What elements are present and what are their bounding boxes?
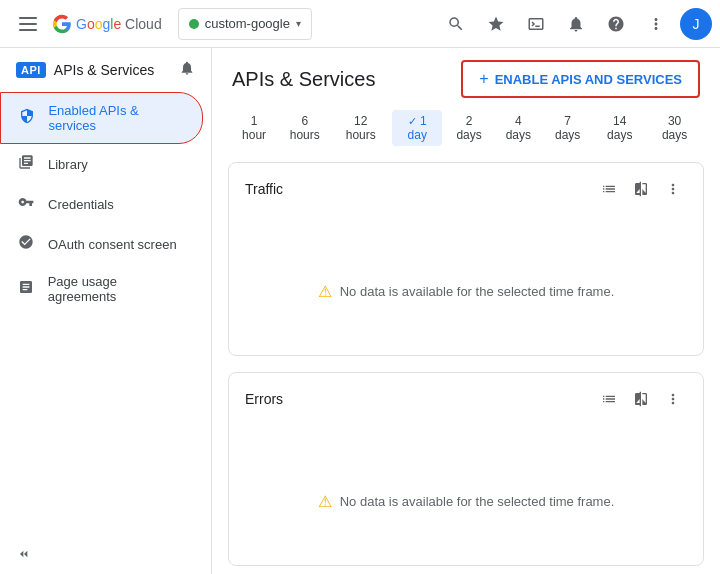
errors-no-data-text: No data is available for the selected ti… bbox=[340, 494, 615, 509]
project-name: custom-google bbox=[205, 16, 290, 31]
avatar[interactable]: J bbox=[680, 8, 712, 40]
project-selector[interactable]: custom-google ▾ bbox=[178, 8, 312, 40]
sidebar: API APIs & Services Enabled APIs & servi… bbox=[0, 48, 212, 574]
sidebar-item-page-usage[interactable]: Page usage agreements bbox=[0, 264, 203, 314]
plus-icon: + bbox=[479, 70, 488, 88]
errors-compare-button[interactable] bbox=[627, 385, 655, 413]
errors-chart-card: Errors ⚠ No data is available for bbox=[228, 372, 704, 566]
sidebar-collapse-button[interactable] bbox=[16, 546, 195, 562]
project-status-dot bbox=[189, 19, 199, 29]
traffic-chart-body: ⚠ No data is available for the selected … bbox=[229, 211, 703, 356]
api-badge: API bbox=[16, 62, 46, 78]
page-usage-icon bbox=[16, 279, 36, 299]
legend-icon bbox=[601, 181, 617, 197]
traffic-chart-actions bbox=[595, 175, 687, 203]
compare-icon bbox=[633, 181, 649, 197]
time-filter-4d[interactable]: 4 days bbox=[496, 110, 541, 146]
more-vert-errors-icon bbox=[665, 391, 681, 407]
enable-apis-button[interactable]: + ENABLE APIS AND SERVICES bbox=[461, 60, 700, 98]
ai-icon bbox=[487, 15, 505, 33]
sidebar-item-oauth[interactable]: OAuth consent screen bbox=[0, 224, 203, 264]
time-filter-1h[interactable]: 1 hour bbox=[232, 110, 276, 146]
more-vert-traffic-icon bbox=[665, 181, 681, 197]
notifications-icon bbox=[567, 15, 585, 33]
enable-apis-label: ENABLE APIS AND SERVICES bbox=[495, 72, 682, 87]
oauth-icon bbox=[16, 234, 36, 254]
errors-legend-icon bbox=[601, 391, 617, 407]
google-logo-icon bbox=[52, 14, 72, 34]
traffic-chart-card: Traffic ⚠ No data is available for bbox=[228, 162, 704, 356]
errors-more-button[interactable] bbox=[659, 385, 687, 413]
search-button[interactable] bbox=[436, 4, 476, 44]
more-vert-icon bbox=[647, 15, 665, 33]
time-filter-2d[interactable]: 2 days bbox=[446, 110, 491, 146]
errors-warning-icon: ⚠ bbox=[318, 492, 332, 511]
traffic-compare-button[interactable] bbox=[627, 175, 655, 203]
time-filter-30d[interactable]: 30 days bbox=[649, 110, 700, 146]
help-button[interactable] bbox=[596, 4, 636, 44]
sidebar-title: APIs & Services bbox=[54, 62, 154, 78]
time-filter-1d[interactable]: 1 day bbox=[392, 110, 442, 146]
time-filter-7d[interactable]: 7 days bbox=[545, 110, 590, 146]
time-filter-bar: 1 hour6 hours12 hours1 day2 days4 days7 … bbox=[212, 106, 720, 154]
sidebar-label-credentials: Credentials bbox=[48, 197, 114, 212]
sidebar-label-enabled: Enabled APIs & services bbox=[48, 103, 186, 133]
traffic-legend-button[interactable] bbox=[595, 175, 623, 203]
sidebar-label-page-usage: Page usage agreements bbox=[48, 274, 187, 304]
search-icon bbox=[447, 15, 465, 33]
enabled-icon bbox=[17, 108, 36, 128]
collapse-icon bbox=[16, 546, 32, 562]
sidebar-label-library: Library bbox=[48, 157, 88, 172]
library-icon bbox=[16, 154, 36, 174]
traffic-no-data: ⚠ No data is available for the selected … bbox=[318, 282, 615, 301]
page-title: APIs & Services bbox=[232, 68, 375, 91]
hamburger-icon bbox=[19, 17, 37, 31]
terminal-button[interactable] bbox=[516, 4, 556, 44]
traffic-warning-icon: ⚠ bbox=[318, 282, 332, 301]
traffic-more-button[interactable] bbox=[659, 175, 687, 203]
google-cloud-logo[interactable]: Google Cloud bbox=[52, 14, 162, 34]
errors-chart-actions bbox=[595, 385, 687, 413]
time-filter-12h[interactable]: 12 hours bbox=[333, 110, 388, 146]
main-content: APIs & Services + ENABLE APIS AND SERVIC… bbox=[212, 48, 720, 574]
credentials-icon bbox=[16, 194, 36, 214]
more-options-button[interactable] bbox=[636, 4, 676, 44]
traffic-chart-title: Traffic bbox=[245, 181, 283, 197]
sidebar-label-oauth: OAuth consent screen bbox=[48, 237, 177, 252]
notifications-button[interactable] bbox=[556, 4, 596, 44]
time-filter-14d[interactable]: 14 days bbox=[594, 110, 645, 146]
terminal-icon bbox=[527, 15, 545, 33]
sidebar-item-enabled[interactable]: Enabled APIs & services bbox=[0, 92, 203, 144]
errors-legend-button[interactable] bbox=[595, 385, 623, 413]
sidebar-nav: Enabled APIs & services Library Credenti… bbox=[0, 92, 211, 534]
time-filter-6h[interactable]: 6 hours bbox=[280, 110, 329, 146]
sidebar-header: API APIs & Services bbox=[0, 48, 211, 92]
page-layout: API APIs & Services Enabled APIs & servi… bbox=[0, 48, 720, 574]
errors-no-data: ⚠ No data is available for the selected … bbox=[318, 492, 615, 511]
ai-button[interactable] bbox=[476, 4, 516, 44]
top-nav: Google Cloud custom-google ▾ J bbox=[0, 0, 720, 48]
errors-chart-title: Errors bbox=[245, 391, 283, 407]
traffic-chart-header: Traffic bbox=[229, 163, 703, 211]
menu-button[interactable] bbox=[8, 4, 48, 44]
help-icon bbox=[607, 15, 625, 33]
errors-compare-icon bbox=[633, 391, 649, 407]
errors-chart-header: Errors bbox=[229, 373, 703, 421]
project-dropdown-icon: ▾ bbox=[296, 18, 301, 29]
sidebar-footer bbox=[0, 534, 211, 574]
sidebar-item-credentials[interactable]: Credentials bbox=[0, 184, 203, 224]
sidebar-notifications-button[interactable] bbox=[179, 60, 195, 80]
sidebar-item-library[interactable]: Library bbox=[0, 144, 203, 184]
traffic-no-data-text: No data is available for the selected ti… bbox=[340, 284, 615, 299]
bell-icon bbox=[179, 60, 195, 76]
google-cloud-text: Google Cloud bbox=[76, 16, 162, 32]
main-header: APIs & Services + ENABLE APIS AND SERVIC… bbox=[212, 48, 720, 106]
errors-chart-body: ⚠ No data is available for the selected … bbox=[229, 421, 703, 566]
